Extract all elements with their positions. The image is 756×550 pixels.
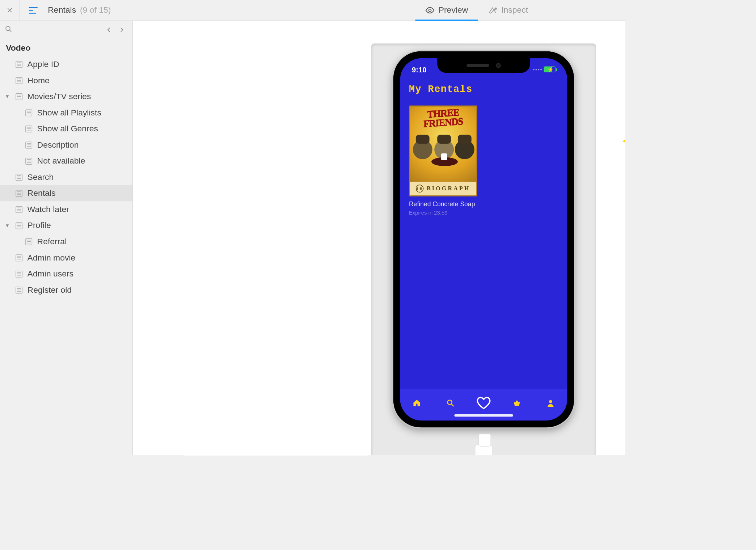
screen-title: My Rentals <box>409 84 558 95</box>
tree-item-profile[interactable]: ▼Profile <box>0 217 132 234</box>
tree-item-admin-users[interactable]: Admin users <box>0 266 132 282</box>
project-title[interactable]: Vodeo <box>0 41 132 56</box>
disclosure-icon: ▼ <box>4 223 11 228</box>
status-time: 9:10 <box>412 65 427 73</box>
tabbar-profile[interactable] <box>536 399 565 407</box>
sidebar: Vodeo Apple IDHome▼Movies/TV seriesShow … <box>0 21 133 455</box>
svg-point-1 <box>495 8 497 9</box>
rental-card[interactable]: THREE FRIENDS dB BIOGRAPH <box>409 106 477 216</box>
tree-item-movies-tv-series[interactable]: ▼Movies/TV series <box>0 88 132 105</box>
page-icon <box>16 93 22 100</box>
tab-inspect[interactable]: Inspect <box>478 0 538 21</box>
tree-item-watch-later[interactable]: Watch later <box>0 201 132 217</box>
tree-item-home[interactable]: Home <box>0 72 132 89</box>
page-icon <box>16 61 22 68</box>
svg-point-2 <box>6 26 10 30</box>
tree-item-label: Search <box>28 172 54 182</box>
home-indicator <box>455 414 513 417</box>
page-icon <box>16 206 22 213</box>
tree-item-apple-id[interactable]: Apple ID <box>0 56 132 72</box>
page-icon <box>25 109 32 116</box>
tabbar-store[interactable] <box>502 399 532 407</box>
outline-toggle-button[interactable] <box>23 0 43 21</box>
page-icon <box>25 141 32 148</box>
inspect-icon <box>487 5 497 15</box>
tree-item-rentals[interactable]: Rentals <box>0 185 132 202</box>
page-icon <box>25 157 32 164</box>
tree-item-label: Movies/TV series <box>28 92 91 101</box>
outline-icon <box>29 7 37 14</box>
profile-icon <box>546 399 555 407</box>
svg-point-0 <box>428 9 431 12</box>
tree-item-register-old[interactable]: Register old <box>0 282 132 298</box>
tree-item-description[interactable]: Description <box>0 137 132 153</box>
device-stage: 9:10 ⚡ My Rentals <box>371 43 596 455</box>
battery-icon: ⚡ <box>544 67 556 72</box>
tree-item-label: Rentals <box>28 188 56 198</box>
tree-item-label: Show all Playlists <box>37 108 101 118</box>
app-tabbar <box>400 389 567 420</box>
page-tree: Vodeo Apple IDHome▼Movies/TV seriesShow … <box>0 39 132 300</box>
tree-item-search[interactable]: Search <box>0 169 132 185</box>
device-screen: 9:10 ⚡ My Rentals <box>400 58 567 421</box>
sidebar-prev-button[interactable] <box>103 24 115 35</box>
tab-inspect-label: Inspect <box>501 5 528 15</box>
breadcrumb-title: Rentals <box>48 5 76 15</box>
speaker-icon <box>466 64 489 67</box>
tree-item-label: Admin movie <box>28 253 76 263</box>
tree-item-label: Apple ID <box>28 59 59 69</box>
page-icon <box>16 190 22 196</box>
page-icon <box>16 174 22 181</box>
tree-item-show-all-playlists[interactable]: Show all Playlists <box>0 105 132 121</box>
tabbar-search[interactable] <box>436 399 465 407</box>
signal-icon <box>533 69 542 70</box>
tree-item-label: Show all Genres <box>37 124 98 134</box>
tree-item-label: Register old <box>28 285 72 295</box>
studio-logo-icon: dB <box>416 185 424 192</box>
chevron-right-icon <box>118 26 125 33</box>
close-button[interactable] <box>0 0 20 21</box>
chevron-left-icon <box>106 26 113 33</box>
tree-item-admin-movie[interactable]: Admin movie <box>0 250 132 266</box>
heart-icon <box>476 396 491 411</box>
tree-item-label: Not available <box>37 156 85 166</box>
tab-preview-label: Preview <box>439 5 468 15</box>
rental-subtitle: Expires in 23:59 <box>409 210 477 215</box>
page-icon <box>25 238 32 245</box>
tabbar-favorites[interactable] <box>469 396 498 411</box>
svg-point-3 <box>447 400 452 405</box>
sidebar-search-button[interactable] <box>5 25 12 35</box>
tree-item-not-available[interactable]: Not available <box>0 153 132 169</box>
search-icon <box>5 25 12 33</box>
page-icon <box>16 287 22 293</box>
top-bar: Rentals (9 of 15) Preview Inspect <box>0 0 625 21</box>
disclosure-icon: ▼ <box>4 94 11 99</box>
tabbar-home[interactable] <box>402 399 431 407</box>
device-frame: 9:10 ⚡ My Rentals <box>393 51 574 428</box>
tree-item-label: Referral <box>37 237 67 246</box>
tree-item-show-all-genres[interactable]: Show all Genres <box>0 120 132 137</box>
home-icon <box>413 399 421 407</box>
tree-item-label: Watch later <box>28 204 69 214</box>
svg-point-4 <box>549 400 552 403</box>
device-cable <box>475 444 493 455</box>
page-icon <box>16 254 22 261</box>
tree-item-label: Admin users <box>28 269 74 279</box>
breadcrumb-count: (9 of 15) <box>80 5 111 15</box>
eye-icon <box>425 5 435 15</box>
page-icon <box>16 222 22 229</box>
rental-poster: THREE FRIENDS dB BIOGRAPH <box>409 106 477 196</box>
page-icon <box>25 125 32 132</box>
breadcrumb: Rentals (9 of 15) <box>48 5 111 15</box>
basket-icon <box>513 399 521 407</box>
tab-preview[interactable]: Preview <box>415 0 478 21</box>
tree-item-label: Description <box>37 140 79 150</box>
preview-canvas: 9:10 ⚡ My Rentals <box>133 21 625 455</box>
tree-item-referral[interactable]: Referral <box>0 233 132 250</box>
tree-item-label: Profile <box>28 221 51 230</box>
page-icon <box>16 270 22 277</box>
sidebar-next-button[interactable] <box>116 24 127 35</box>
search-icon <box>446 399 455 407</box>
mode-tabs: Preview Inspect <box>415 0 625 21</box>
tree-item-label: Home <box>28 76 50 85</box>
